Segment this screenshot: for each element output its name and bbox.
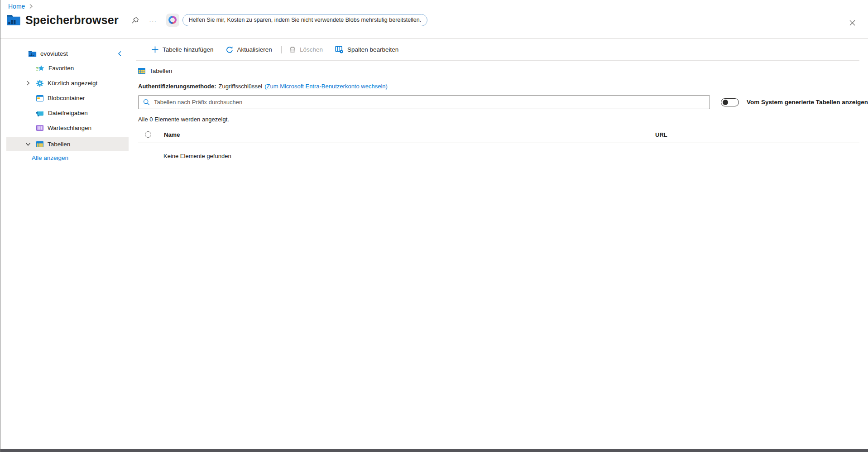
section-header: Tabellen	[138, 67, 868, 74]
breadcrumb: Home	[8, 3, 33, 10]
close-icon[interactable]	[846, 17, 858, 29]
table-header-row: Name URL	[129, 129, 868, 140]
table-header-divider	[138, 143, 859, 143]
chevron-right-icon[interactable]	[25, 80, 31, 86]
pin-icon[interactable]	[130, 15, 140, 25]
sidebar-item-label: Tabellen	[48, 141, 70, 148]
sidebar-show-all: Alle anzeigen	[0, 151, 129, 164]
search-input[interactable]	[154, 99, 705, 106]
main-content: Tabelle hinzufügen Aktualisieren Löschen	[129, 39, 868, 449]
switch-entra-account-link[interactable]: (Zum Microsoft Entra-Benutzerkonto wechs…	[264, 83, 388, 90]
queue-icon	[36, 125, 43, 131]
toolbar-separator	[281, 46, 282, 53]
sidebar-collapse-icon[interactable]	[116, 50, 123, 57]
copilot-button[interactable]	[166, 14, 179, 27]
auth-method-value: Zugriffsschlüssel	[219, 83, 263, 90]
file-share-icon	[36, 110, 44, 116]
sidebar-item-label: Favoriten	[48, 65, 74, 72]
items-count-text: Alle 0 Elemente werden angezeigt.	[138, 116, 868, 123]
copilot-suggestion-chip[interactable]: Helfen Sie mir, Kosten zu sparen, indem …	[182, 14, 427, 26]
storage-browser-icon	[6, 14, 21, 26]
sidebar-item-favorites[interactable]: Favoriten	[0, 61, 129, 76]
footer-bar	[0, 449, 868, 452]
breadcrumb-home-link[interactable]: Home	[8, 3, 25, 10]
sidebar-item-storage-account[interactable]: evoviutest	[0, 46, 129, 61]
sidebar-account-label: evoviutest	[40, 50, 68, 57]
table-icon	[138, 68, 145, 74]
blob-container-icon	[36, 95, 43, 101]
column-header-name[interactable]: Name	[164, 131, 180, 138]
delete-button[interactable]: Löschen	[289, 46, 323, 53]
sidebar: evoviutest Favoriten	[0, 39, 129, 449]
edit-columns-icon	[335, 46, 343, 53]
page-title: Speicherbrowser	[25, 14, 119, 27]
section-title: Tabellen	[149, 67, 172, 74]
refresh-button[interactable]: Aktualisieren	[226, 46, 272, 53]
plus-icon	[152, 46, 158, 53]
recent-gear-icon	[36, 80, 43, 87]
sidebar-item-blob-containers[interactable]: Blobcontainer	[0, 91, 129, 106]
auth-method-line: Authentifizierungsmethode:Zugriffsschlüs…	[138, 83, 868, 90]
empty-state-text: Keine Elemente gefunden	[163, 153, 868, 159]
sidebar-item-label: Kürzlich angezeigt	[48, 80, 97, 87]
edit-columns-button[interactable]: Spalten bearbeiten	[335, 46, 398, 53]
toggle-label: Vom System generierte Tabellen anzeigen	[747, 99, 868, 106]
sidebar-item-tables[interactable]: Tabellen	[0, 137, 129, 151]
auth-method-label: Authentifizierungsmethode:	[138, 83, 216, 90]
sidebar-item-label: Blobcontainer	[48, 95, 85, 101]
favorites-star-icon	[36, 65, 44, 72]
title-row: Speicherbrowser ... Helfen Sie mir, Kost…	[6, 12, 841, 28]
more-options-icon[interactable]: ...	[148, 16, 159, 24]
trash-icon	[289, 46, 296, 53]
select-all-circle[interactable]	[145, 131, 151, 138]
add-table-button[interactable]: Tabelle hinzufügen	[152, 46, 214, 53]
toggle-knob	[723, 100, 728, 105]
search-box[interactable]	[138, 95, 710, 109]
sidebar-item-label: Dateifreigaben	[48, 110, 88, 116]
column-header-url[interactable]: URL	[655, 131, 667, 138]
toolbar-divider	[136, 60, 859, 61]
sidebar-item-queues[interactable]: Warteschlangen	[0, 120, 129, 135]
table-icon	[36, 141, 43, 147]
show-all-link[interactable]: Alle anzeigen	[32, 154, 68, 161]
storage-account-icon	[28, 50, 37, 58]
copilot-icon	[168, 15, 177, 24]
system-tables-toggle[interactable]	[721, 98, 739, 106]
sidebar-item-file-shares[interactable]: Dateifreigaben	[0, 106, 129, 120]
refresh-icon	[226, 46, 233, 53]
sidebar-item-label: Warteschlangen	[48, 125, 91, 131]
window-left-edge	[0, 0, 0, 452]
search-row: Vom System generierte Tabellen anzeigen	[138, 95, 868, 109]
search-icon	[143, 99, 150, 106]
breadcrumb-chevron-icon	[29, 4, 33, 9]
chevron-down-icon[interactable]	[25, 141, 31, 147]
toolbar: Tabelle hinzufügen Aktualisieren Löschen	[129, 39, 868, 60]
sidebar-item-recently-viewed[interactable]: Kürzlich angezeigt	[0, 76, 129, 91]
